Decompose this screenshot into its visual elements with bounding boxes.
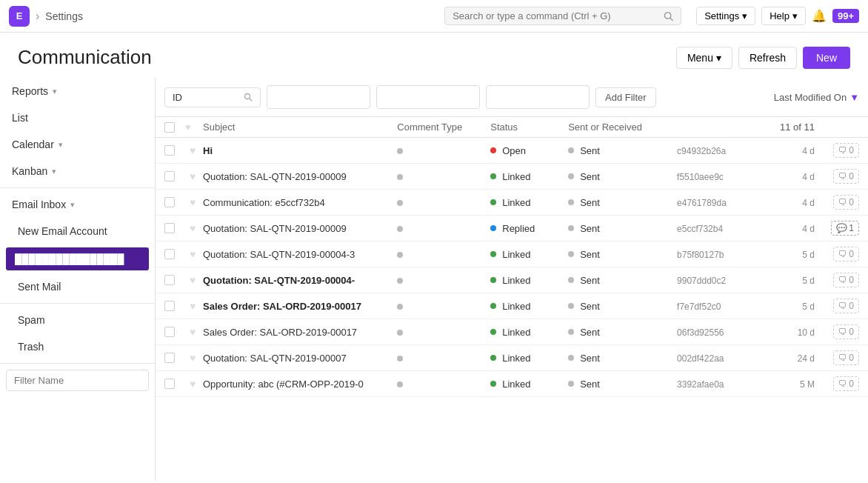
breadcrumb-settings[interactable]: Settings <box>45 10 83 22</box>
reply-button[interactable]: 💬 1 <box>831 221 859 236</box>
table-row[interactable]: ♥ Sales Order: SAL-ORD-2019-00017 Linked… <box>156 293 868 319</box>
search-bar[interactable] <box>444 7 681 25</box>
table-row[interactable]: ♥ Communication: e5ccf732b4 Linked Sent … <box>156 190 868 216</box>
row-check[interactable] <box>164 223 185 233</box>
row-checkbox[interactable] <box>164 353 175 363</box>
row-check[interactable] <box>164 249 185 259</box>
table-row[interactable]: ♥ Quotation: SAL-QTN-2019-00007 Linked S… <box>156 345 868 371</box>
notification-icon[interactable]: 🔔 <box>812 9 827 23</box>
header-sent[interactable]: Sent or Received <box>568 121 677 133</box>
favorite-icon[interactable]: ♥ <box>190 326 196 338</box>
id-filter[interactable]: ID <box>164 87 261 107</box>
sidebar-item-inbox-selected[interactable]: ████████████████ <box>6 247 149 270</box>
filter-name-input[interactable] <box>6 370 149 391</box>
sidebar-item-list[interactable]: List <box>0 104 155 131</box>
row-fav[interactable]: ♥ <box>185 300 203 312</box>
row-fav[interactable]: ♥ <box>185 144 203 156</box>
row-fav[interactable]: ♥ <box>185 326 203 338</box>
row-checkbox[interactable] <box>164 301 175 311</box>
row-fav[interactable]: ♥ <box>185 248 203 260</box>
row-action[interactable]: 🗨 0 <box>815 350 859 365</box>
sidebar-item-trash[interactable]: Trash <box>0 333 155 360</box>
favorite-icon[interactable]: ♥ <box>190 196 196 208</box>
row-action[interactable]: 🗨 0 <box>815 169 859 184</box>
table-row[interactable]: ♥ Opportunity: abc (#CRM-OPP-2019-0 Link… <box>156 371 868 397</box>
reply-button[interactable]: 🗨 0 <box>833 169 859 184</box>
table-row[interactable]: ♥ Quotation: SAL-QTN-2019-00004-3 Linked… <box>156 242 868 267</box>
sidebar-item-reports[interactable]: Reports ▾ <box>0 78 155 104</box>
row-action[interactable]: 🗨 0 <box>815 376 859 391</box>
row-fav[interactable]: ♥ <box>185 274 203 286</box>
row-checkbox[interactable] <box>164 327 175 337</box>
table-row[interactable]: ♥ Quotation: SAL-QTN-2019-00004- Linked … <box>156 267 868 293</box>
row-check[interactable] <box>164 197 185 207</box>
reply-button[interactable]: 🗨 0 <box>833 299 859 313</box>
row-fav[interactable]: ♥ <box>185 170 203 182</box>
row-checkbox[interactable] <box>164 145 175 156</box>
row-check[interactable] <box>164 327 185 337</box>
row-check[interactable] <box>164 171 185 181</box>
sidebar-item-new-email-account[interactable]: New Email Account <box>0 218 155 244</box>
row-fav[interactable]: ♥ <box>185 222 203 234</box>
filter-field-1[interactable] <box>267 85 370 109</box>
row-fav[interactable]: ♥ <box>185 196 203 208</box>
row-fav[interactable]: ♥ <box>185 352 203 364</box>
reply-button[interactable]: 🗨 0 <box>833 324 859 339</box>
sidebar-item-spam[interactable]: Spam <box>0 307 155 333</box>
table-row[interactable]: ♥ Quotation: SAL-QTN-2019-00009 Replied … <box>156 216 868 242</box>
settings-button[interactable]: Settings ▾ <box>696 7 755 25</box>
row-checkbox[interactable] <box>164 379 175 389</box>
row-checkbox[interactable] <box>164 249 175 259</box>
row-check[interactable] <box>164 353 185 363</box>
row-check[interactable] <box>164 145 185 156</box>
favorite-icon[interactable]: ♥ <box>190 170 196 182</box>
reply-button[interactable]: 🗨 0 <box>833 143 859 158</box>
favorite-icon[interactable]: ♥ <box>190 222 196 234</box>
favorite-icon[interactable]: ♥ <box>190 248 196 260</box>
table-row[interactable]: ♥ Hi Open Sent c94932b26a 4 d <box>156 138 868 164</box>
favorite-icon[interactable]: ♥ <box>190 144 196 156</box>
select-all-checkbox[interactable] <box>164 122 175 133</box>
favorite-icon[interactable]: ♥ <box>190 300 196 312</box>
row-action[interactable]: 🗨 0 <box>815 195 859 210</box>
table-row[interactable]: ♥ Sales Order: SAL-ORD-2019-00017 Linked… <box>156 319 868 345</box>
row-action[interactable]: 🗨 0 <box>815 143 859 158</box>
sidebar-item-email-inbox[interactable]: Email Inbox ▾ <box>0 191 155 218</box>
reply-button[interactable]: 🗨 0 <box>833 247 859 262</box>
favorite-icon[interactable]: ♥ <box>190 378 196 390</box>
header-check[interactable] <box>164 122 185 133</box>
favorite-icon[interactable]: ♥ <box>190 352 196 364</box>
filter-field-2[interactable] <box>376 85 480 109</box>
app-icon[interactable]: E <box>9 6 30 27</box>
sidebar-item-calendar[interactable]: Calendar ▾ <box>0 131 155 158</box>
row-checkbox[interactable] <box>164 275 175 285</box>
new-button[interactable]: New <box>803 47 850 69</box>
row-fav[interactable]: ♥ <box>185 378 203 390</box>
header-subject[interactable]: Subject <box>203 121 397 133</box>
row-action[interactable]: 🗨 0 <box>815 299 859 313</box>
row-checkbox[interactable] <box>164 223 175 233</box>
row-checkbox[interactable] <box>164 197 175 207</box>
reply-button[interactable]: 🗨 0 <box>833 195 859 210</box>
sidebar-item-sent-mail[interactable]: Sent Mail <box>0 273 155 300</box>
sort-icon[interactable]: ▼ <box>849 92 859 103</box>
row-action[interactable]: 🗨 0 <box>815 273 859 287</box>
header-comment-type[interactable]: Comment Type <box>397 121 490 133</box>
row-checkbox[interactable] <box>164 171 175 181</box>
row-check[interactable] <box>164 275 185 285</box>
row-action[interactable]: 🗨 0 <box>815 247 859 262</box>
add-filter-button[interactable]: Add Filter <box>595 87 656 107</box>
menu-button[interactable]: Menu ▾ <box>676 47 732 69</box>
header-status[interactable]: Status <box>490 121 568 133</box>
row-action[interactable]: 🗨 0 <box>815 324 859 339</box>
search-input[interactable] <box>453 10 659 21</box>
reply-button[interactable]: 🗨 0 <box>833 350 859 365</box>
row-check[interactable] <box>164 379 185 389</box>
favorite-icon[interactable]: ♥ <box>190 274 196 286</box>
sidebar-item-kanban[interactable]: Kanban ▾ <box>0 158 155 184</box>
help-button[interactable]: Help ▾ <box>761 7 806 25</box>
refresh-button[interactable]: Refresh <box>738 47 797 69</box>
reply-button[interactable]: 🗨 0 <box>833 376 859 391</box>
row-action[interactable]: 💬 1 <box>815 221 859 236</box>
row-check[interactable] <box>164 301 185 311</box>
